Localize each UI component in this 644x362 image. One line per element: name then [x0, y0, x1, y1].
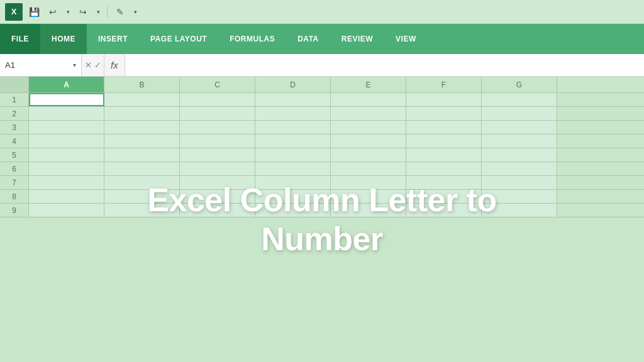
name-box[interactable]: A1 ▾: [0, 54, 82, 76]
row-header-6[interactable]: 6: [0, 162, 29, 175]
cell-b2[interactable]: [104, 107, 180, 120]
cell-d8[interactable]: [255, 190, 331, 203]
row-header-2[interactable]: 2: [0, 107, 29, 120]
row-header-8[interactable]: 8: [0, 190, 29, 203]
customize-dropdown[interactable]: ▾: [131, 4, 139, 19]
cell-g5[interactable]: [482, 148, 557, 162]
cell-d2[interactable]: [255, 107, 331, 120]
cell-f8[interactable]: [406, 190, 482, 203]
tab-view[interactable]: VIEW: [384, 24, 428, 54]
cell-c6[interactable]: [180, 162, 255, 175]
cell-e2[interactable]: [331, 107, 406, 120]
cell-b3[interactable]: [104, 121, 180, 134]
cell-a3[interactable]: [29, 121, 104, 134]
cell-c7[interactable]: [180, 176, 255, 189]
col-header-f[interactable]: F: [406, 77, 482, 92]
redo-dropdown[interactable]: ▾: [94, 4, 102, 19]
undo-button[interactable]: ↩: [45, 4, 60, 19]
cell-g6[interactable]: [482, 162, 557, 175]
cell-b5[interactable]: [104, 148, 180, 162]
cell-g9[interactable]: [482, 204, 557, 217]
col-header-e[interactable]: E: [331, 77, 406, 92]
cancel-icon[interactable]: ✕: [85, 60, 92, 70]
name-box-dropdown[interactable]: ▾: [73, 62, 76, 69]
cell-f7[interactable]: [406, 176, 482, 189]
cell-g1[interactable]: [482, 93, 557, 106]
cell-a9[interactable]: [29, 204, 104, 217]
cell-c4[interactable]: [180, 134, 255, 148]
cell-b6[interactable]: [104, 162, 180, 175]
cell-a4[interactable]: [29, 134, 104, 148]
cell-a1[interactable]: [29, 93, 104, 106]
cell-f3[interactable]: [406, 121, 482, 134]
cell-a8[interactable]: [29, 190, 104, 203]
row-header-4[interactable]: 4: [0, 134, 29, 148]
cell-c8[interactable]: [180, 190, 255, 203]
cell-d9[interactable]: [255, 204, 331, 217]
cell-d6[interactable]: [255, 162, 331, 175]
row-header-1[interactable]: 1: [0, 93, 29, 106]
cell-f1[interactable]: [406, 93, 482, 106]
cell-b8[interactable]: [104, 190, 180, 203]
corner-cell[interactable]: [0, 77, 29, 93]
cell-e9[interactable]: [331, 204, 406, 217]
tab-data[interactable]: DATA: [286, 24, 330, 54]
row-header-7[interactable]: 7: [0, 176, 29, 189]
col-header-c[interactable]: C: [180, 77, 255, 92]
cell-g3[interactable]: [482, 121, 557, 134]
cell-b7[interactable]: [104, 176, 180, 189]
cell-e3[interactable]: [331, 121, 406, 134]
row-header-5[interactable]: 5: [0, 148, 29, 162]
cell-d4[interactable]: [255, 134, 331, 148]
cell-g7[interactable]: [482, 176, 557, 189]
cell-d5[interactable]: [255, 148, 331, 162]
col-header-g[interactable]: G: [482, 77, 557, 92]
tab-file[interactable]: FILE: [0, 24, 40, 54]
col-header-b[interactable]: B: [104, 77, 180, 92]
cell-g8[interactable]: [482, 190, 557, 203]
cell-e4[interactable]: [331, 134, 406, 148]
cell-e8[interactable]: [331, 190, 406, 203]
row-header-9[interactable]: 9: [0, 204, 29, 217]
col-header-a[interactable]: A: [29, 77, 104, 92]
cell-b1[interactable]: [104, 93, 180, 106]
cell-b4[interactable]: [104, 134, 180, 148]
tab-review[interactable]: REVIEW: [330, 24, 384, 54]
cell-f2[interactable]: [406, 107, 482, 120]
cell-d1[interactable]: [255, 93, 331, 106]
undo-dropdown[interactable]: ▾: [64, 4, 72, 19]
cell-f5[interactable]: [406, 148, 482, 162]
cell-d3[interactable]: [255, 121, 331, 134]
row-header-3[interactable]: 3: [0, 121, 29, 134]
tab-page-layout[interactable]: PAGE LAYOUT: [139, 24, 218, 54]
cell-c9[interactable]: [180, 204, 255, 217]
cell-c5[interactable]: [180, 148, 255, 162]
tab-home[interactable]: HOME: [40, 24, 87, 54]
tab-insert[interactable]: INSERT: [87, 24, 139, 54]
col-header-d[interactable]: D: [255, 77, 331, 92]
confirm-icon[interactable]: ✓: [94, 60, 101, 70]
cell-b9[interactable]: [104, 204, 180, 217]
cell-g4[interactable]: [482, 134, 557, 148]
cell-f4[interactable]: [406, 134, 482, 148]
cell-a2[interactable]: [29, 107, 104, 120]
formula-input[interactable]: [125, 54, 644, 76]
cell-a6[interactable]: [29, 162, 104, 175]
redo-button[interactable]: ↪: [75, 4, 91, 19]
cell-a7[interactable]: [29, 176, 104, 189]
cell-f9[interactable]: [406, 204, 482, 217]
cell-e1[interactable]: [331, 93, 406, 106]
cell-a5[interactable]: [29, 148, 104, 162]
customize-button[interactable]: ✎: [113, 4, 128, 19]
cell-e7[interactable]: [331, 176, 406, 189]
cell-f6[interactable]: [406, 162, 482, 175]
cell-e5[interactable]: [331, 148, 406, 162]
cell-c2[interactable]: [180, 107, 255, 120]
cell-g2[interactable]: [482, 107, 557, 120]
cell-d7[interactable]: [255, 176, 331, 189]
cell-e6[interactable]: [331, 162, 406, 175]
tab-formulas[interactable]: FORMULAS: [218, 24, 286, 54]
cell-c3[interactable]: [180, 121, 255, 134]
cell-c1[interactable]: [180, 93, 255, 106]
save-quick-access[interactable]: 💾: [26, 4, 42, 19]
